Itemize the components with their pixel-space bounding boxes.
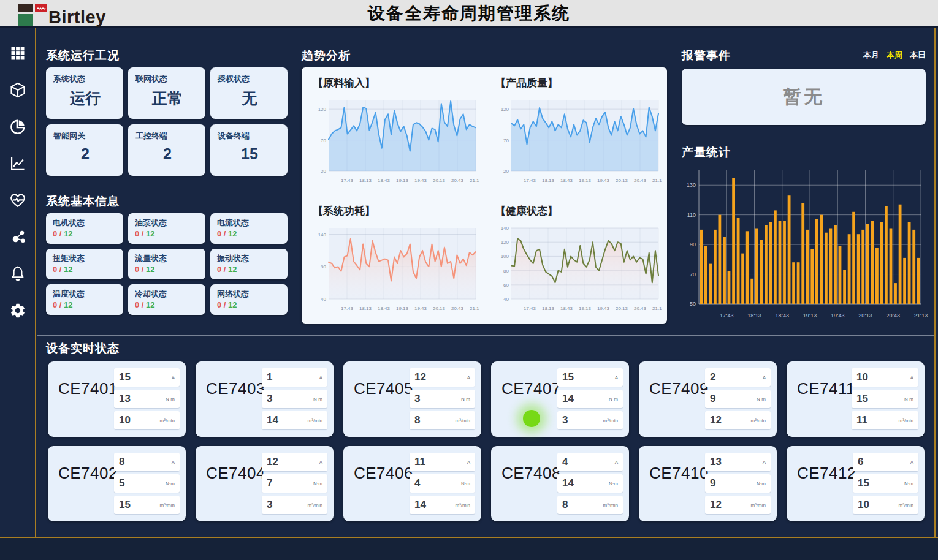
device-card-CE7407[interactable]: CE740715A14N·m3m³/min: [491, 361, 629, 437]
trend-line-chart: 207012017:4318:1318:4319:1319:4320:1320:…: [495, 94, 662, 187]
brand-logo-marks: [18, 3, 48, 26]
device-metrics: 11A4N·m14m³/min: [410, 453, 475, 521]
metric-value: 14: [562, 477, 574, 490]
device-card-CE7412[interactable]: CE74126A15N·m10m³/min: [787, 446, 925, 521]
metric-row: 12A: [410, 368, 475, 387]
svg-text:50: 50: [690, 301, 696, 307]
metric-unit: A: [319, 375, 322, 380]
apps-grid-icon[interactable]: [9, 44, 27, 62]
metric-value: 6: [858, 456, 863, 468]
metric-value: 1: [267, 371, 272, 384]
production-chart: 17:4318:1318:4319:1319:4320:1320:4321:13…: [681, 161, 928, 327]
device-name: CE7409: [649, 379, 709, 437]
metric-unit: N·m: [461, 396, 470, 402]
device-card-CE7408[interactable]: CE74084A14N·m8m³/min: [491, 446, 629, 521]
svg-text:20:13: 20:13: [858, 312, 872, 319]
device-card-CE7402[interactable]: CE74028A5N·m15m³/min: [48, 446, 186, 521]
device-metrics: 6A15N·m10m³/min: [853, 453, 918, 521]
trend-panel: 【原料输入】207012017:4318:1318:4319:1319:4320…: [302, 67, 667, 324]
svg-text:140: 140: [318, 232, 327, 238]
status-card-value: 无: [218, 88, 281, 108]
metric-unit: N·m: [904, 481, 913, 486]
devices-title: 设备实时状态: [46, 341, 120, 357]
alarm-tab-本日[interactable]: 本日: [910, 50, 926, 61]
device-row: CE740115A13N·m10m³/minCE74031A3N·m14m³/m…: [48, 361, 926, 437]
svg-text:100: 100: [501, 254, 509, 259]
network-nodes-icon[interactable]: [9, 228, 27, 246]
device-card-CE7403[interactable]: CE74031A3N·m14m³/min: [196, 361, 334, 437]
metric-unit: m³/min: [899, 502, 913, 508]
device-card-CE7409[interactable]: CE74092A9N·m12m³/min: [639, 361, 777, 437]
trend-line-chart: 40608010012014017:4318:1318:4319:1319:43…: [495, 222, 662, 315]
cube-3d-icon[interactable]: [9, 81, 27, 99]
system-info-title: 系统基本信息: [46, 194, 120, 210]
trend-chart-title: 【产品质量】: [495, 76, 661, 90]
trend-quadrant: 【系统功耗】409014017:4318:1318:4319:1319:4320…: [302, 195, 484, 324]
svg-text:20: 20: [503, 168, 509, 174]
info-card: 网络状态0 / 12: [210, 284, 288, 315]
metric-unit: N·m: [313, 481, 322, 486]
metric-row: 9N·m: [705, 474, 771, 493]
info-card-ratio: 0 / 12: [53, 265, 117, 274]
system-status-grid: 系统状态运行联网状态正常授权状态无智能网关2工控终端2设备终端15: [46, 67, 288, 176]
trend-quadrant: 【产品质量】207012017:4318:1318:4319:1319:4320…: [484, 67, 667, 195]
info-card: 油泵状态0 / 12: [128, 213, 205, 244]
metric-row: 12m³/min: [705, 411, 771, 429]
info-card: 冷却状态0 / 12: [128, 284, 205, 315]
info-card-alarm-count: 0 /: [135, 300, 146, 309]
heart-pulse-icon[interactable]: [9, 191, 27, 210]
svg-text:70: 70: [503, 138, 509, 143]
metric-unit: A: [467, 460, 470, 465]
metric-unit: A: [910, 375, 913, 380]
metric-row: 1A: [262, 368, 327, 387]
info-card-alarm-count: 0 /: [135, 229, 146, 238]
trend-line-chart: 409014017:4318:1318:4319:1319:4320:1320:…: [313, 222, 479, 315]
info-card-total-count: 12: [64, 229, 72, 238]
svg-text:21:13: 21:13: [470, 178, 479, 183]
device-card-CE7404[interactable]: CE740412A7N·m3m³/min: [196, 446, 334, 521]
device-metrics: 15A13N·m10m³/min: [114, 368, 180, 437]
device-card-CE7411[interactable]: CE741110A15N·m11m³/min: [787, 361, 925, 437]
svg-text:19:43: 19:43: [597, 178, 610, 183]
device-card-CE7405[interactable]: CE740512A3N·m8m³/min: [343, 361, 481, 437]
status-card: 联网状态正常: [128, 67, 205, 119]
line-chart-icon[interactable]: [9, 154, 27, 173]
metric-row: 13N·m: [114, 390, 180, 408]
metric-value: 4: [414, 477, 420, 490]
metric-value: 10: [858, 499, 869, 511]
svg-text:17:43: 17:43: [524, 306, 536, 311]
gear-icon[interactable]: [9, 301, 27, 320]
metric-unit: N·m: [166, 396, 175, 402]
system-info-grid: 电机状态0 / 12油泵状态0 / 12电流状态0 / 12扭矩状态0 / 12…: [46, 213, 288, 315]
info-card-label: 电机状态: [53, 218, 85, 227]
bell-icon[interactable]: [9, 265, 27, 283]
device-name: CE7405: [354, 379, 413, 437]
device-card-CE7410[interactable]: CE741013A9N·m12m³/min: [639, 446, 777, 521]
metric-value: 13: [710, 456, 722, 468]
metric-unit: N·m: [166, 481, 175, 486]
sidebar-nav: [0, 28, 35, 538]
device-card-CE7406[interactable]: CE740611A4N·m14m³/min: [343, 446, 481, 521]
alarm-tab-本周[interactable]: 本周: [887, 50, 902, 61]
device-name: CE7403: [206, 379, 265, 437]
status-card: 智能网关2: [46, 124, 123, 176]
info-card-ratio: 0 / 12: [53, 229, 117, 238]
pie-chart-icon[interactable]: [9, 118, 27, 136]
status-card-value: 2: [53, 145, 117, 163]
metric-value: 9: [710, 393, 715, 405]
device-card-CE7401[interactable]: CE740115A13N·m10m³/min: [48, 361, 186, 437]
status-card-label: 设备终端: [218, 131, 281, 142]
info-card-ratio: 0 / 12: [217, 300, 281, 309]
metric-unit: A: [319, 460, 322, 465]
metric-row: 5N·m: [114, 474, 180, 493]
info-card-ratio: 0 / 12: [135, 300, 199, 309]
svg-text:21:13: 21:13: [652, 178, 662, 183]
status-card: 系统状态运行: [46, 67, 123, 119]
alarm-tab-本月[interactable]: 本月: [863, 50, 879, 61]
trend-chart-title: 【健康状态】: [495, 204, 661, 218]
svg-text:21:13: 21:13: [470, 306, 479, 311]
svg-text:20:43: 20:43: [886, 312, 900, 319]
info-card-total-count: 12: [64, 300, 72, 309]
metric-value: 14: [562, 393, 574, 405]
svg-text:20:13: 20:13: [433, 306, 446, 311]
